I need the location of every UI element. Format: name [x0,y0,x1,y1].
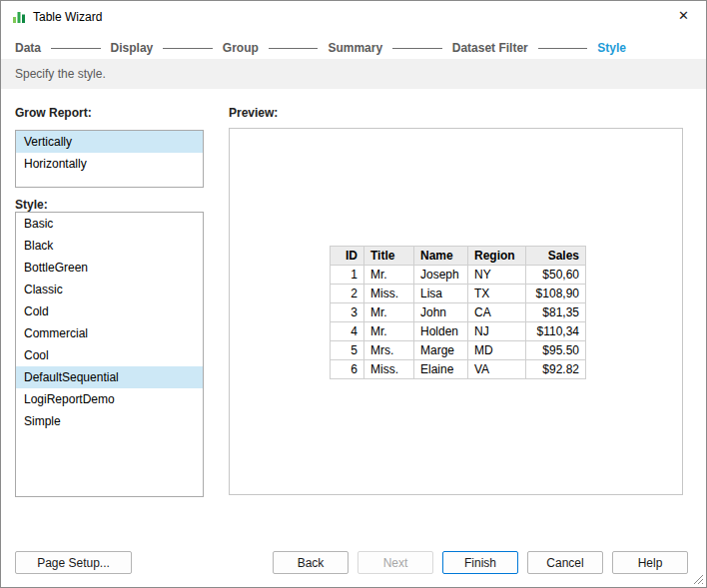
cell-sales: $110,34 [526,322,586,341]
finish-button[interactable]: Finish [442,551,518,574]
cell-region: TX [468,285,526,303]
style-option-cool[interactable]: Cool [16,344,203,366]
cell-name: Joseph [414,266,468,285]
cell-sales: $108,90 [526,285,586,303]
subtitle-text: Specify the style. [15,67,106,81]
wizard-step-data[interactable]: Data [15,41,41,55]
wizard-step-summary[interactable]: Summary [328,41,382,55]
footer-buttons: Back Next Finish Cancel Help [273,551,688,574]
header-row: IDTitleNameRegionSales [331,247,586,266]
titlebar: Table Wizard ✕ [1,1,706,31]
cell-sales: $81,35 [526,303,586,322]
cell-region: NJ [468,322,526,341]
grow-report-list: VerticallyHorizontally [15,130,204,188]
table-row: 5Mrs.MargeMD$95.50 [331,341,586,360]
cell-id: 4 [331,322,364,341]
cell-title: Mr. [364,303,414,322]
bar-chart-icon [11,8,27,24]
step-connector [538,48,588,49]
grow-report-option-vertically[interactable]: Vertically [16,131,203,153]
style-option-cold[interactable]: Cold [16,300,203,322]
cell-id: 3 [331,303,364,322]
column-header-id: ID [331,247,364,266]
cell-sales: $95.50 [526,341,586,360]
style-label: Style: [15,198,48,212]
cell-title: Mr. [364,266,414,285]
cell-name: Marge [414,341,468,360]
resize-grip-icon[interactable] [691,572,704,585]
step-connector [163,48,213,49]
cell-id: 2 [331,285,364,303]
cell-title: Miss. [364,360,414,379]
cell-title: Mrs. [364,341,414,360]
preview-label: Preview: [229,106,278,120]
step-connector [392,48,442,49]
back-button[interactable]: Back [273,551,349,574]
wizard-step-group[interactable]: Group [223,41,259,55]
column-header-region: Region [468,247,526,266]
cell-sales: $50,60 [526,266,586,285]
cancel-button[interactable]: Cancel [527,551,603,574]
preview-table-body: 1Mr.JosephNY$50,602Miss.LisaTX$108,903Mr… [331,266,586,379]
cell-title: Mr. [364,322,414,341]
style-option-commercial[interactable]: Commercial [16,322,203,344]
style-option-bottlegreen[interactable]: BottleGreen [16,257,203,279]
cell-region: VA [468,360,526,379]
cell-region: MD [468,341,526,360]
help-button[interactable]: Help [612,551,688,574]
table-row: 1Mr.JosephNY$50,60 [331,266,586,285]
wizard-step-display[interactable]: Display [111,41,154,55]
table-row: 2Miss.LisaTX$108,90 [331,285,586,303]
style-option-logireportdemo[interactable]: LogiReportDemo [16,388,203,410]
table-row: 4Mr.HoldenNJ$110,34 [331,322,586,341]
step-connector [269,48,319,49]
cell-region: NY [468,266,526,285]
style-option-classic[interactable]: Classic [16,279,203,300]
grow-report-label: Grow Report: [15,106,92,120]
next-button: Next [357,551,433,574]
column-header-name: Name [414,247,468,266]
style-list: BasicBlackBottleGreenClassicColdCommerci… [15,212,204,497]
close-icon[interactable]: ✕ [661,1,706,31]
cell-id: 1 [331,266,364,285]
preview-table-head: IDTitleNameRegionSales [331,247,586,266]
cell-region: CA [468,303,526,322]
table-wizard-dialog: Table Wizard ✕ DataDisplayGroupSummaryDa… [0,0,707,588]
column-header-sales: Sales [526,247,586,266]
column-header-title: Title [364,247,414,266]
table-row: 6Miss.ElaineVA$92.82 [331,360,586,379]
grow-report-option-horizontally[interactable]: Horizontally [16,153,203,175]
style-option-black[interactable]: Black [16,235,203,257]
step-connector [51,48,101,49]
style-option-basic[interactable]: Basic [16,213,203,235]
window-title: Table Wizard [33,10,102,24]
wizard-step-style[interactable]: Style [597,41,626,55]
page-setup-button[interactable]: Page Setup... [15,551,132,574]
cell-name: John [414,303,468,322]
cell-sales: $92.82 [526,360,586,379]
style-option-simple[interactable]: Simple [16,410,203,432]
subtitle-bar: Specify the style. [1,59,706,89]
cell-name: Lisa [414,285,468,303]
preview-panel: IDTitleNameRegionSales 1Mr.JosephNY$50,6… [229,128,683,495]
cell-name: Holden [414,322,468,341]
style-option-defaultsequential[interactable]: DefaultSequential [16,366,203,388]
table-row: 3Mr.JohnCA$81,35 [331,303,586,322]
cell-title: Miss. [364,285,414,303]
cell-id: 6 [331,360,364,379]
cell-name: Elaine [414,360,468,379]
cell-id: 5 [331,341,364,360]
wizard-step-dataset-filter[interactable]: Dataset Filter [452,41,528,55]
wizard-steps: DataDisplayGroupSummaryDataset FilterSty… [15,39,626,57]
preview-table: IDTitleNameRegionSales 1Mr.JosephNY$50,6… [330,246,586,379]
